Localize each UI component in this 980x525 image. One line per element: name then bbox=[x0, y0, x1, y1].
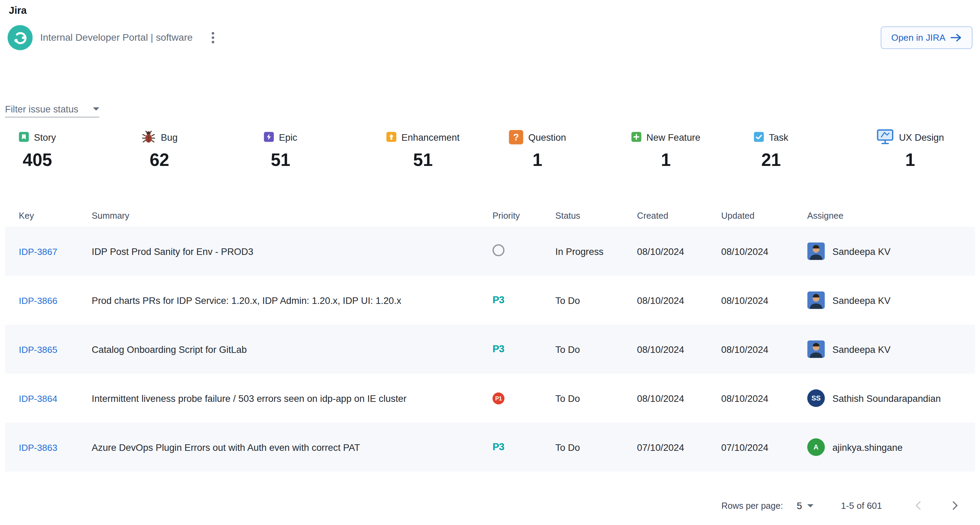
assignee-name: ajinkya.shingane bbox=[832, 442, 902, 452]
issue-created: 08/10/2024 bbox=[637, 344, 721, 355]
issue-summary: Prod charts PRs for IDP Service: 1.20.x,… bbox=[92, 295, 492, 306]
issue-updated: 08/10/2024 bbox=[721, 344, 807, 355]
counter-count: 1 bbox=[509, 150, 566, 170]
counter-label: Epic bbox=[279, 132, 297, 142]
rows-per-page-select[interactable]: 5 bbox=[797, 500, 813, 511]
counter-task: Task 21 bbox=[735, 128, 858, 178]
column-header-updated: Updated bbox=[721, 210, 807, 220]
jira-logo-icon bbox=[8, 25, 33, 50]
priority-p3-icon: P3 bbox=[492, 295, 504, 305]
counter-label: New Feature bbox=[646, 132, 700, 142]
column-header-priority: Priority bbox=[492, 210, 555, 220]
issue-key-link[interactable]: IDP-3864 bbox=[19, 393, 57, 404]
counter-label: Question bbox=[528, 132, 566, 142]
epic-icon bbox=[264, 132, 274, 142]
story-icon bbox=[19, 132, 29, 142]
issues-table: Key Summary Priority Status Created Upda… bbox=[5, 204, 975, 472]
previous-page-button[interactable] bbox=[910, 497, 927, 514]
table-row: IDP-3863 Azure DevOps Plugin Errors out … bbox=[5, 423, 975, 471]
new-feature-icon bbox=[632, 132, 641, 142]
more-options-icon[interactable] bbox=[209, 30, 217, 46]
table-row: IDP-3867 IDP Post Prod Sanity for Env - … bbox=[5, 227, 975, 276]
issue-status: To Do bbox=[555, 344, 637, 355]
counter-count: 21 bbox=[754, 150, 789, 170]
ux-design-icon bbox=[877, 128, 894, 145]
issue-updated: 08/10/2024 bbox=[721, 393, 807, 404]
column-header-key: Key bbox=[19, 210, 92, 220]
issue-summary: Azure DevOps Plugin Errors out with Auth… bbox=[92, 442, 492, 452]
table-header-row: Key Summary Priority Status Created Upda… bbox=[5, 204, 975, 227]
issue-summary: IDP Post Prod Sanity for Env - PROD3 bbox=[92, 246, 492, 257]
counter-new-feature: New Feature 1 bbox=[612, 128, 735, 178]
page-title: Jira bbox=[0, 0, 980, 16]
svg-text:?: ? bbox=[513, 132, 519, 142]
open-in-jira-button[interactable]: Open in JIRA bbox=[881, 26, 972, 49]
avatar: A bbox=[807, 438, 825, 456]
table-row: IDP-3865 Catalog Onboarding Script for G… bbox=[5, 325, 975, 374]
table-row: IDP-3864 Intermittent liveness probe fai… bbox=[5, 374, 975, 423]
issue-status: To Do bbox=[555, 295, 637, 306]
issue-status: In Progress bbox=[555, 246, 637, 257]
open-in-jira-label: Open in JIRA bbox=[891, 33, 945, 43]
counter-label: Story bbox=[34, 132, 56, 142]
counter-ux-design: UX Design 1 bbox=[858, 128, 980, 178]
issue-summary: Intermittent liveness probe failure / 50… bbox=[92, 393, 492, 404]
column-header-summary: Summary bbox=[92, 210, 492, 220]
issue-created: 07/10/2024 bbox=[637, 442, 721, 452]
assignee-name: Sandeepa KV bbox=[832, 344, 891, 355]
counter-label: Task bbox=[769, 132, 788, 142]
chevron-down-icon bbox=[93, 107, 99, 110]
issue-key-link[interactable]: IDP-3867 bbox=[19, 247, 57, 257]
counter-bug: Bug 62 bbox=[123, 128, 245, 178]
next-page-button[interactable] bbox=[946, 497, 964, 514]
counter-count: 62 bbox=[142, 150, 178, 170]
counter-count: 1 bbox=[632, 150, 700, 170]
issue-key-link[interactable]: IDP-3865 bbox=[19, 344, 57, 355]
assignee-name: Sandeepa KV bbox=[832, 246, 891, 257]
avatar: SS bbox=[807, 389, 825, 407]
issue-status: To Do bbox=[555, 442, 637, 452]
issue-updated: 08/10/2024 bbox=[721, 295, 807, 306]
counter-label: Enhancement bbox=[401, 132, 460, 142]
task-icon bbox=[754, 132, 764, 142]
issue-updated: 07/10/2024 bbox=[721, 442, 807, 452]
avatar bbox=[807, 243, 825, 260]
issue-status: To Do bbox=[555, 393, 637, 404]
arrow-right-icon bbox=[950, 33, 962, 42]
priority-none-icon bbox=[492, 244, 504, 256]
issue-created: 08/10/2024 bbox=[637, 295, 721, 306]
counter-count: 405 bbox=[19, 150, 56, 170]
issue-key-link[interactable]: IDP-3863 bbox=[19, 443, 57, 452]
issue-type-counters: Story 405 bbox=[0, 128, 980, 178]
counter-story: Story 405 bbox=[0, 128, 123, 178]
chevron-down-icon bbox=[807, 504, 813, 507]
pagination-range: 1-5 of 601 bbox=[841, 501, 882, 511]
issue-created: 08/10/2024 bbox=[637, 393, 721, 404]
counter-label: Bug bbox=[161, 132, 178, 142]
counter-label: UX Design bbox=[899, 132, 944, 142]
counter-count: 1 bbox=[877, 150, 944, 170]
issue-created: 08/10/2024 bbox=[637, 246, 721, 257]
enhancement-icon bbox=[387, 132, 396, 142]
column-header-assignee: Assignee bbox=[807, 210, 975, 220]
column-header-created: Created bbox=[637, 210, 721, 220]
assignee-name: Sathish Soundarapandian bbox=[832, 393, 941, 404]
filter-issue-status-select[interactable]: Filter issue status bbox=[5, 100, 99, 117]
issue-summary: Catalog Onboarding Script for GitLab bbox=[92, 344, 492, 355]
issue-key-link[interactable]: IDP-3866 bbox=[19, 296, 57, 306]
bug-icon bbox=[142, 129, 156, 144]
priority-p1-icon: P1 bbox=[492, 393, 504, 404]
table-pagination: Rows per page: 5 1-5 of 601 bbox=[0, 493, 980, 518]
column-header-status: Status bbox=[555, 210, 637, 220]
card-header: Internal Developer Portal | software Ope… bbox=[8, 24, 972, 51]
project-name: Internal Developer Portal | software bbox=[40, 32, 193, 43]
chevron-right-icon bbox=[948, 499, 961, 512]
table-row: IDP-3866 Prod charts PRs for IDP Service… bbox=[5, 276, 975, 325]
question-icon: ? bbox=[509, 130, 523, 144]
priority-p3-icon: P3 bbox=[492, 441, 504, 452]
counter-count: 51 bbox=[387, 150, 460, 170]
rows-per-page-value: 5 bbox=[797, 500, 802, 511]
avatar bbox=[807, 292, 825, 309]
avatar bbox=[807, 341, 825, 358]
priority-p3-icon: P3 bbox=[492, 344, 504, 354]
